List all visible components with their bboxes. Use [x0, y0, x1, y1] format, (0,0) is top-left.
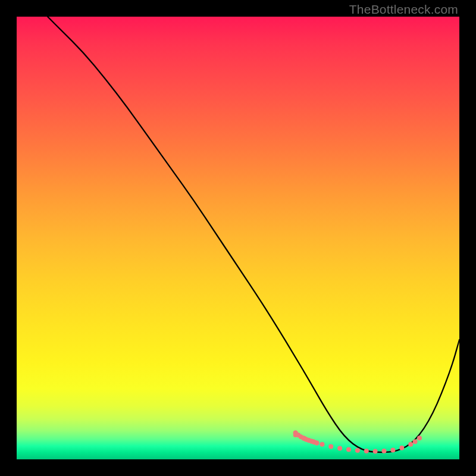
marker-dot [314, 440, 319, 445]
marker-dot [320, 442, 324, 447]
watermark-text: TheBottleneck.com [349, 2, 458, 17]
highlight-dense-dots [293, 430, 320, 446]
marker-dot [346, 447, 351, 452]
marker-dot [337, 446, 342, 450]
marker-dot [399, 446, 404, 450]
marker-dot [364, 449, 369, 453]
marker-dot [328, 444, 333, 449]
marker-dot [390, 447, 395, 452]
chart-stage: TheBottleneck.com [0, 0, 476, 476]
main-curve [48, 17, 459, 452]
curve-layer [17, 17, 459, 459]
marker-dot [417, 436, 422, 440]
plot-area [17, 17, 459, 459]
marker-dot [382, 449, 387, 453]
marker-dot [408, 442, 413, 447]
marker-dot [355, 448, 360, 453]
marker-dot [373, 449, 378, 454]
marker-dot [413, 439, 418, 444]
